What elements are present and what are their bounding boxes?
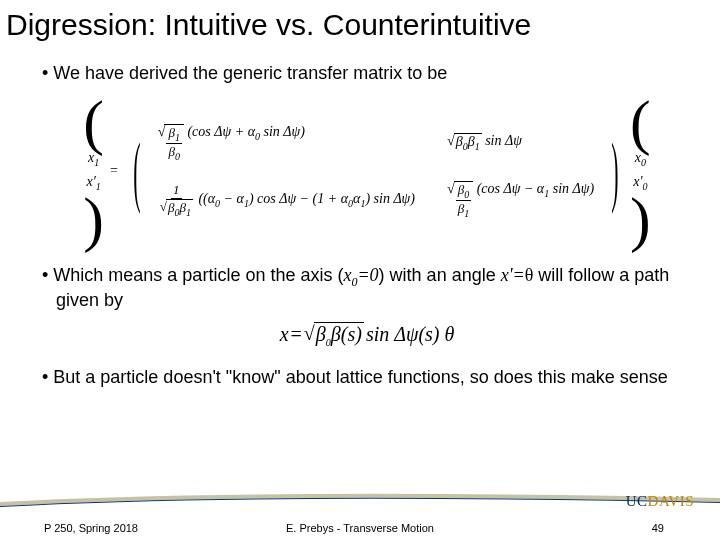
bullet-1: We have derived the generic transfer mat… (42, 62, 692, 85)
page-title: Digression: Intuitive vs. Counterintuiti… (0, 0, 720, 54)
path-equation: x = √β0β(s) sin Δψ(s) θ (42, 322, 692, 348)
transfer-matrix: √ β1β0 (cos Δψ + α0 sin Δψ) √β0β1 sin Δψ… (152, 124, 600, 218)
m11: √ β1β0 (cos Δψ + α0 sin Δψ) (158, 124, 415, 161)
matrix-rparen: ) (611, 136, 618, 206)
equals-sign: = (106, 163, 122, 179)
matrix-lparen: ( (133, 136, 140, 206)
footer-left: P 250, Spring 2018 (44, 522, 138, 534)
footer-center: E. Prebys - Transverse Motion (286, 522, 434, 534)
m12: √β0β1 sin Δψ (447, 133, 594, 152)
swoosh-decoration (0, 484, 720, 510)
rhs-vector: ( x0 x'0 ) (630, 95, 651, 248)
bullet-2: Which means a particle on the axis (x0=0… (42, 264, 692, 312)
m22: √ β0β1 (cos Δψ − α1 sin Δψ) (447, 181, 594, 218)
page-number: 49 (652, 522, 664, 534)
lhs-vector: ( x1 x'1 ) (83, 95, 104, 248)
slide-footer: UCDAVIS P 250, Spring 2018 E. Prebys - T… (0, 488, 720, 540)
ucdavis-logo: UCDAVIS (626, 493, 694, 510)
bullet-3: But a particle doesn't "know" about latt… (42, 366, 692, 389)
m21: 1√β0β1 ((α0 − α1) cos Δψ − (1 + α0α1) si… (158, 182, 415, 218)
matrix-equation: ( x1 x'1 ) = ( √ β1β0 (cos Δψ + α0 sin Δ… (42, 95, 692, 248)
slide-content: We have derived the generic transfer mat… (0, 62, 720, 388)
